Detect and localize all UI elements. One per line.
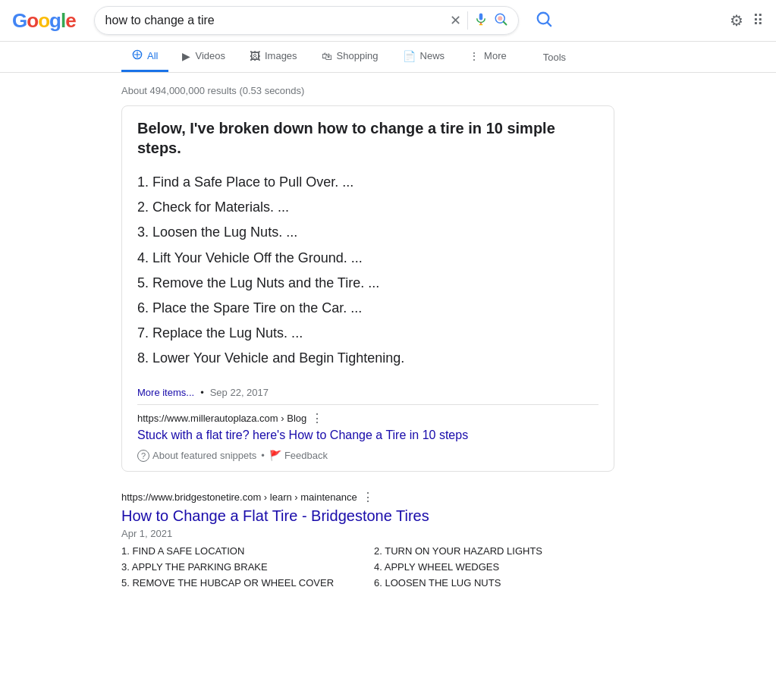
- snippet-step-4: 4. Lift Your Vehicle Off the Ground. ...: [137, 246, 598, 271]
- about-label: About featured snippets: [152, 450, 256, 461]
- tab-videos-label: Videos: [195, 50, 225, 61]
- result-bridgestone: https://www.bridgestonetire.com › learn …: [121, 484, 614, 599]
- result-step-4: 4. APPLY WHEEL WEDGES: [374, 560, 614, 574]
- snippet-actions: ? About featured snippets • 🚩 Feedback: [137, 450, 598, 462]
- header-right: ⚙ ⠿: [730, 11, 764, 30]
- feedback-link[interactable]: 🚩 Feedback: [269, 450, 328, 461]
- more-tab-icon: ⋮: [469, 50, 479, 62]
- results-count: About 494,000,000 results (0.53 seconds): [121, 79, 655, 105]
- snippet-url-menu-icon[interactable]: ⋮: [311, 411, 323, 425]
- result-steps-grid: 1. FIND A SAFE LOCATION 2. TURN ON YOUR …: [121, 544, 614, 590]
- search-submit-icon[interactable]: [536, 11, 552, 31]
- about-featured-snippets-link[interactable]: ? About featured snippets: [137, 450, 256, 462]
- result-step-2: 2. TURN ON YOUR HAZARD LIGHTS: [374, 544, 614, 558]
- svg-line-4: [503, 21, 506, 24]
- result-step-1: 1. FIND A SAFE LOCATION: [121, 544, 362, 558]
- tab-all-label: All: [147, 50, 158, 61]
- snippet-divider: [137, 404, 598, 405]
- result-step-6: 6. LOOSEN THE LUG NUTS: [374, 576, 614, 590]
- news-tab-icon: 📄: [403, 50, 416, 62]
- tab-images[interactable]: 🖼 Images: [239, 42, 308, 72]
- snippet-step-3: 3. Loosen the Lug Nuts. ...: [137, 220, 598, 245]
- settings-icon[interactable]: ⚙: [730, 11, 743, 30]
- tab-more-label: More: [484, 50, 507, 61]
- apps-icon[interactable]: ⠿: [752, 11, 764, 30]
- tools-label: Tools: [543, 52, 566, 63]
- result-url: https://www.bridgestonetire.com › learn …: [121, 491, 357, 503]
- tab-videos[interactable]: ▶ Videos: [171, 42, 236, 72]
- snippet-date: Sep 22, 2017: [210, 387, 269, 398]
- tab-shopping[interactable]: 🛍 Shopping: [311, 42, 389, 72]
- feedback-label: Feedback: [284, 450, 328, 461]
- result-step-3: 3. APPLY THE PARKING BRAKE: [121, 560, 362, 574]
- snippet-step-2: 2. Check for Materials. ...: [137, 195, 598, 220]
- main-content: About 494,000,000 results (0.53 seconds)…: [0, 73, 776, 605]
- snippet-step-6: 6. Place the Spare Tire on the Car. ...: [137, 296, 598, 321]
- google-logo: Google: [12, 9, 76, 33]
- lens-icon[interactable]: [494, 12, 507, 30]
- tab-news[interactable]: 📄 News: [392, 42, 456, 72]
- search-input[interactable]: [105, 14, 444, 27]
- tab-news-label: News: [420, 50, 445, 61]
- featured-snippet: Below, I've broken down how to change a …: [121, 105, 614, 472]
- result-step-5: 5. REMOVE THE HUBCAP OR WHEEL COVER: [121, 576, 362, 590]
- snippet-url: https://www.millerautoplaza.com › Blog: [137, 413, 306, 424]
- snippet-step-7: 7. Replace the Lug Nuts. ...: [137, 321, 598, 346]
- tab-more[interactable]: ⋮ More: [458, 42, 517, 72]
- nav-tabs: All ▶ Videos 🖼 Images 🛍 Shopping 📄 News …: [0, 42, 776, 73]
- snippet-step-5: 5. Remove the Lug Nuts and the Tire. ...: [137, 271, 598, 296]
- tools-tab[interactable]: Tools: [533, 44, 577, 71]
- result-url-row: https://www.bridgestonetire.com › learn …: [121, 490, 614, 504]
- search-bar: ✕: [94, 6, 519, 35]
- snippet-footer: More items... • Sep 22, 2017: [137, 381, 598, 398]
- snippet-result-link[interactable]: Stuck with a flat tire? here's How to Ch…: [137, 428, 468, 441]
- more-items-link[interactable]: More items...: [137, 387, 194, 398]
- videos-tab-icon: ▶: [182, 50, 190, 62]
- snippet-step-8: 8. Lower Your Vehicle and Begin Tighteni…: [137, 346, 598, 371]
- clear-icon[interactable]: ✕: [450, 12, 461, 29]
- all-tab-icon: [132, 49, 143, 62]
- tab-shopping-label: Shopping: [337, 50, 379, 61]
- snippet-step-1: 1. Find a Safe Place to Pull Over. ...: [137, 170, 598, 195]
- voice-search-icon[interactable]: [474, 12, 488, 30]
- snippet-steps-list: 1. Find a Safe Place to Pull Over. ... 2…: [137, 170, 598, 372]
- about-icon: ?: [137, 450, 149, 462]
- snippet-title: Below, I've broken down how to change a …: [137, 118, 598, 158]
- actions-dot: •: [261, 450, 265, 461]
- result-date: Apr 1, 2021: [121, 528, 614, 539]
- shopping-tab-icon: 🛍: [322, 50, 332, 62]
- result-url-menu-icon[interactable]: ⋮: [362, 490, 374, 504]
- svg-rect-0: [479, 13, 482, 20]
- feedback-icon: 🚩: [269, 450, 281, 461]
- snippet-url-row: https://www.millerautoplaza.com › Blog ⋮: [137, 411, 598, 425]
- svg-line-7: [547, 22, 551, 26]
- result-title[interactable]: How to Change a Flat Tire - Bridgestone …: [121, 507, 614, 525]
- tab-all[interactable]: All: [121, 42, 168, 72]
- footer-dot: •: [200, 387, 204, 398]
- tab-images-label: Images: [265, 50, 297, 61]
- header: Google ✕ ⚙ ⠿: [0, 0, 776, 42]
- svg-point-5: [498, 16, 502, 20]
- images-tab-icon: 🖼: [250, 50, 260, 62]
